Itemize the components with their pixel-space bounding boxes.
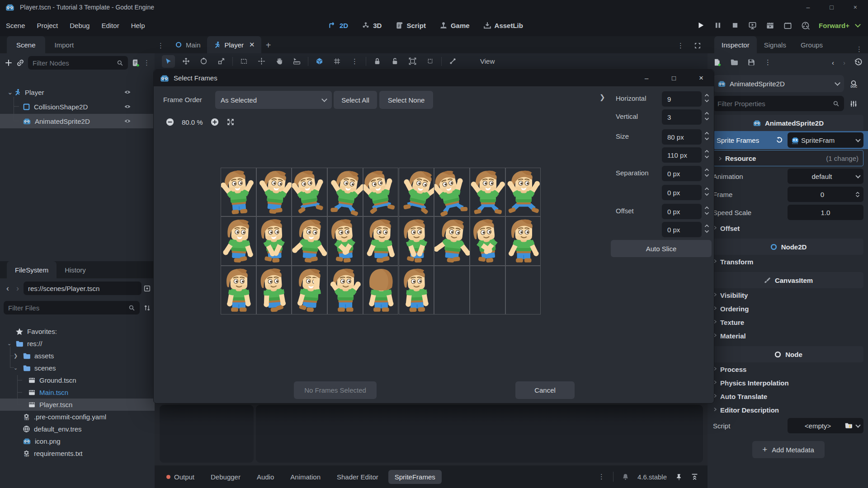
inspector-group-material[interactable]: Material [713, 329, 863, 343]
frame-cell-4[interactable] [363, 168, 399, 216]
tab-scene[interactable]: Scene [7, 36, 45, 53]
pause-button[interactable] [714, 21, 722, 29]
file-row[interactable]: Player.tscn [0, 399, 155, 411]
file-row[interactable]: Favorites: [0, 325, 155, 338]
pan-tool[interactable] [273, 55, 286, 68]
file-row[interactable]: TXT.pre-commit-config.yaml [0, 411, 155, 423]
list-select-tool[interactable] [237, 55, 250, 68]
inspector-section-animatedsprite2d[interactable]: AnimatedSprite2D [713, 115, 863, 131]
frame-cell-8[interactable] [505, 168, 541, 216]
zoom-reset-button[interactable] [226, 118, 235, 126]
frame-cell-6[interactable] [434, 168, 470, 216]
filter-nodes-input[interactable]: Filter Nodes [28, 56, 128, 70]
spinner-arrows[interactable] [704, 131, 709, 141]
value-script[interactable]: <empty> [788, 418, 863, 433]
lock-button[interactable] [371, 55, 384, 68]
context-3d[interactable]: 3D [358, 19, 385, 31]
chevron-icon[interactable]: ⌄ [7, 341, 11, 347]
visibility-eye-icon[interactable] [124, 117, 131, 125]
dialog-close-button[interactable]: × [699, 70, 703, 86]
spinner-arrows[interactable] [704, 150, 709, 159]
dialog-title-bar[interactable]: Select Frames – □ × [154, 70, 714, 86]
instance-scene-button[interactable] [16, 59, 24, 67]
bottom-tab-audio[interactable]: Audio [250, 470, 280, 484]
snap-options[interactable]: ⋮ [348, 55, 361, 68]
file-row[interactable]: default_env.tres [0, 423, 155, 435]
scene-tree-row-player[interactable]: ⌄Player [0, 85, 155, 99]
resource-menu-button[interactable]: ⋮ [764, 58, 771, 66]
context-assetlib[interactable]: AssetLib [480, 19, 527, 31]
field-input-horizontal[interactable]: 9 [662, 91, 702, 107]
renderer-profile-dropdown[interactable]: Forward+ [819, 22, 860, 29]
scene-tab-main[interactable]: Main [169, 36, 207, 53]
sprite-frames-value[interactable]: SpriteFram [788, 132, 863, 148]
menu-scene[interactable]: Scene [0, 19, 31, 32]
bottom-tab-debugger[interactable]: Debugger [204, 470, 247, 484]
frame-cell-23[interactable] [399, 266, 434, 314]
revert-icon[interactable] [776, 136, 783, 144]
play-remote-button[interactable] [748, 21, 757, 30]
play-custom-scene-button[interactable] [783, 21, 792, 30]
stop-button[interactable] [731, 21, 739, 29]
pivot-tool[interactable] [255, 55, 268, 68]
frame-order-dropdown[interactable]: As Selected [215, 91, 332, 109]
inspector-group-texture[interactable]: Texture [713, 315, 863, 329]
history-back-button[interactable]: ‹ [4, 284, 12, 293]
zoom-out-button[interactable] [165, 117, 175, 127]
bottom-tab-shader-editor[interactable]: Shader Editor [330, 470, 385, 484]
frame-cell-1[interactable] [256, 168, 292, 216]
tab-groups[interactable]: Groups [793, 36, 830, 53]
frame-cell-empty-26[interactable] [505, 266, 541, 314]
select-tool[interactable] [162, 55, 175, 68]
filter-properties-input[interactable]: Filter Properties [713, 96, 844, 111]
window-close-button[interactable]: × [854, 4, 857, 11]
spinner-arrows[interactable] [704, 94, 709, 103]
property-tools-button[interactable] [849, 100, 857, 108]
tab-inspector[interactable]: Inspector [714, 36, 757, 53]
field-input-extra[interactable]: 0 px [662, 222, 702, 237]
frame-cell-3[interactable] [327, 168, 363, 216]
menu-project[interactable]: Project [31, 19, 64, 32]
frame-cell-empty-24[interactable] [434, 266, 470, 314]
inspector-group-ordering[interactable]: Ordering [713, 302, 863, 315]
history-forward-button[interactable]: › [843, 59, 845, 66]
collapse-panel-button[interactable]: ❯ [599, 93, 605, 101]
frame-cell-16[interactable] [470, 216, 505, 265]
property-sprite-frames[interactable]: Sprite FramesSpriteFram [713, 131, 868, 149]
smart-snap-toggle[interactable] [313, 55, 326, 68]
frame-cell-12[interactable] [327, 216, 363, 265]
new-scene-tab-button[interactable]: + [261, 40, 276, 53]
select-all-button[interactable]: Select All [334, 91, 377, 109]
load-resource-button[interactable] [730, 58, 738, 66]
close-tab-icon[interactable]: ✕ [249, 41, 255, 49]
frame-cell-20[interactable] [292, 266, 327, 314]
group-button[interactable] [406, 55, 419, 68]
select-none-button[interactable]: Select None [379, 91, 433, 109]
visibility-eye-icon[interactable] [124, 103, 131, 110]
inspector-group-transform[interactable]: Transform [713, 255, 863, 268]
context-2d[interactable]: 2D [325, 19, 352, 31]
dialog-maximize-button[interactable]: □ [672, 70, 676, 86]
frame-cell-2[interactable] [292, 168, 327, 216]
unlock-button[interactable] [388, 55, 401, 68]
add-node-button[interactable] [5, 59, 13, 67]
filter-files-input[interactable]: Filter Files [4, 301, 140, 314]
frame-cell-10[interactable] [256, 216, 292, 265]
add-metadata-button[interactable]: + Add Metadata [752, 441, 825, 458]
ungroup-button[interactable] [424, 55, 437, 68]
inspector-section-canvasitem[interactable]: CanvasItem [713, 272, 863, 288]
movie-maker-button[interactable] [801, 21, 810, 30]
frame-cell-empty-25[interactable] [470, 266, 505, 314]
frame-cell-14[interactable] [399, 216, 434, 265]
scene-tree-row-collisionshape2d[interactable]: CollisionShape2D [0, 99, 155, 114]
frame-cell-19[interactable] [256, 266, 292, 314]
frame-cell-15[interactable] [434, 216, 470, 265]
context-game[interactable]: Game [436, 19, 473, 31]
file-row[interactable]: ⌄res:// [0, 338, 155, 350]
tab-history[interactable]: History [57, 261, 94, 278]
inspector-group-editor-description[interactable]: Editor Description [713, 403, 863, 417]
inspector-group-auto-translate[interactable]: Auto Translate [713, 389, 863, 403]
spinner-arrows[interactable] [704, 187, 709, 196]
new-resource-button[interactable] [713, 58, 721, 66]
value-animation[interactable]: default [788, 169, 863, 184]
